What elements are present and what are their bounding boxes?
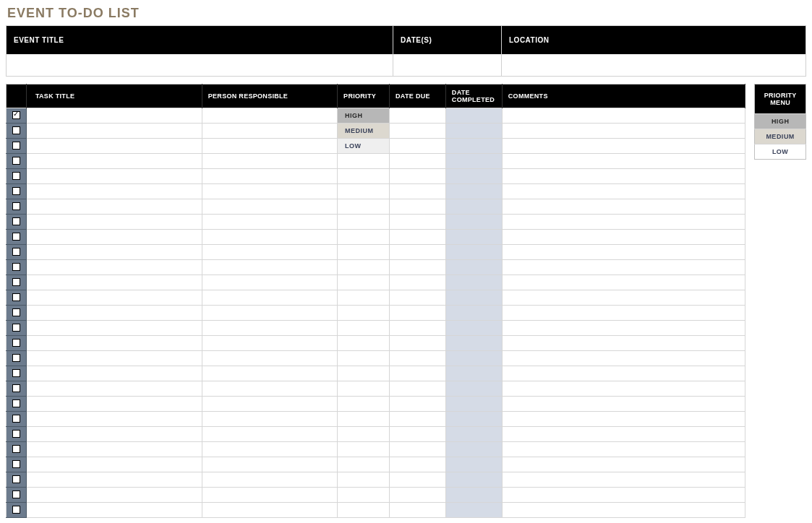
task-title-cell[interactable] <box>26 336 202 351</box>
task-checkbox[interactable] <box>12 263 20 271</box>
task-date-due-cell[interactable] <box>390 230 446 245</box>
task-priority-cell[interactable] <box>338 306 390 321</box>
task-priority-cell[interactable] <box>338 397 390 412</box>
task-title-cell[interactable] <box>26 260 202 275</box>
task-person-cell[interactable] <box>202 184 337 199</box>
task-comments-cell[interactable] <box>502 306 745 321</box>
task-date-due-cell[interactable] <box>390 245 446 260</box>
task-check-cell[interactable] <box>7 275 27 290</box>
task-comments-cell[interactable] <box>502 260 745 275</box>
task-person-cell[interactable] <box>202 336 337 351</box>
task-check-cell[interactable] <box>7 199 27 215</box>
task-priority-cell[interactable] <box>338 290 390 306</box>
task-date-completed-cell[interactable] <box>445 260 502 275</box>
task-title-cell[interactable] <box>26 230 202 245</box>
task-date-completed-cell[interactable] <box>445 397 502 412</box>
task-title-cell[interactable] <box>26 321 202 336</box>
task-date-due-cell[interactable] <box>390 184 446 199</box>
task-check-cell[interactable] <box>7 245 27 260</box>
event-title-input[interactable] <box>7 54 393 76</box>
task-date-due-cell[interactable] <box>390 381 446 397</box>
task-date-due-cell[interactable] <box>390 260 446 275</box>
task-date-completed-cell[interactable] <box>445 351 502 366</box>
task-person-cell[interactable] <box>202 108 337 124</box>
task-title-cell[interactable] <box>26 245 202 260</box>
task-title-cell[interactable] <box>26 184 202 199</box>
task-date-due-cell[interactable] <box>390 169 446 184</box>
task-title-cell[interactable] <box>26 290 202 306</box>
task-title-cell[interactable] <box>26 427 202 442</box>
task-checkbox[interactable] <box>12 172 20 180</box>
task-check-cell[interactable] <box>7 397 27 412</box>
task-checkbox[interactable] <box>12 324 20 332</box>
task-comments-cell[interactable] <box>502 366 745 381</box>
task-comments-cell[interactable] <box>502 215 745 230</box>
task-date-completed-cell[interactable] <box>445 306 502 321</box>
task-date-due-cell[interactable] <box>390 139 446 154</box>
task-person-cell[interactable] <box>202 199 337 215</box>
task-person-cell[interactable] <box>202 321 337 336</box>
task-date-completed-cell[interactable] <box>445 503 502 518</box>
task-comments-cell[interactable] <box>502 472 745 488</box>
task-date-completed-cell[interactable] <box>445 336 502 351</box>
task-priority-cell[interactable] <box>338 199 390 215</box>
task-date-completed-cell[interactable] <box>445 381 502 397</box>
task-title-cell[interactable] <box>26 215 202 230</box>
task-priority-cell[interactable] <box>338 381 390 397</box>
task-date-completed-cell[interactable] <box>445 139 502 154</box>
task-priority-cell[interactable] <box>338 275 390 290</box>
task-check-cell[interactable] <box>7 169 27 184</box>
task-comments-cell[interactable] <box>502 154 745 169</box>
task-comments-cell[interactable] <box>502 169 745 184</box>
task-date-due-cell[interactable] <box>390 397 446 412</box>
task-date-completed-cell[interactable] <box>445 215 502 230</box>
task-check-cell[interactable] <box>7 472 27 488</box>
task-checkbox[interactable] <box>12 248 20 256</box>
task-date-due-cell[interactable] <box>390 199 446 215</box>
task-check-cell[interactable] <box>7 139 27 154</box>
task-checkbox[interactable] <box>12 308 20 316</box>
task-comments-cell[interactable] <box>502 336 745 351</box>
task-comments-cell[interactable] <box>502 124 745 139</box>
task-person-cell[interactable] <box>202 154 337 169</box>
task-check-cell[interactable] <box>7 321 27 336</box>
task-title-cell[interactable] <box>26 381 202 397</box>
task-date-due-cell[interactable] <box>390 472 446 488</box>
task-checkbox[interactable] <box>12 217 20 225</box>
task-person-cell[interactable] <box>202 275 337 290</box>
task-person-cell[interactable] <box>202 427 337 442</box>
task-person-cell[interactable] <box>202 215 337 230</box>
task-priority-cell[interactable] <box>338 412 390 427</box>
task-priority-cell[interactable] <box>338 427 390 442</box>
task-checkbox[interactable] <box>12 490 20 498</box>
task-date-due-cell[interactable] <box>390 427 446 442</box>
task-title-cell[interactable] <box>26 503 202 518</box>
task-check-cell[interactable] <box>7 427 27 442</box>
task-check-cell[interactable] <box>7 366 27 381</box>
task-comments-cell[interactable] <box>502 108 745 124</box>
task-date-due-cell[interactable] <box>390 215 446 230</box>
task-check-cell[interactable] <box>7 260 27 275</box>
task-check-cell[interactable] <box>7 442 27 457</box>
task-check-cell[interactable] <box>7 154 27 169</box>
task-comments-cell[interactable] <box>502 275 745 290</box>
task-checkbox[interactable] <box>12 278 20 286</box>
task-date-completed-cell[interactable] <box>445 199 502 215</box>
task-check-cell[interactable] <box>7 381 27 397</box>
task-date-completed-cell[interactable] <box>445 366 502 381</box>
task-date-completed-cell[interactable] <box>445 290 502 306</box>
task-date-completed-cell[interactable] <box>445 472 502 488</box>
task-title-cell[interactable] <box>26 169 202 184</box>
task-comments-cell[interactable] <box>502 321 745 336</box>
task-date-completed-cell[interactable] <box>445 488 502 503</box>
task-person-cell[interactable] <box>202 260 337 275</box>
task-title-cell[interactable] <box>26 366 202 381</box>
task-checkbox[interactable] <box>12 445 20 453</box>
task-person-cell[interactable] <box>202 397 337 412</box>
task-title-cell[interactable] <box>26 457 202 472</box>
priority-menu-low[interactable]: LOW <box>755 144 806 160</box>
task-title-cell[interactable] <box>26 199 202 215</box>
task-checkbox[interactable] <box>12 111 20 119</box>
task-comments-cell[interactable] <box>502 230 745 245</box>
task-date-due-cell[interactable] <box>390 366 446 381</box>
